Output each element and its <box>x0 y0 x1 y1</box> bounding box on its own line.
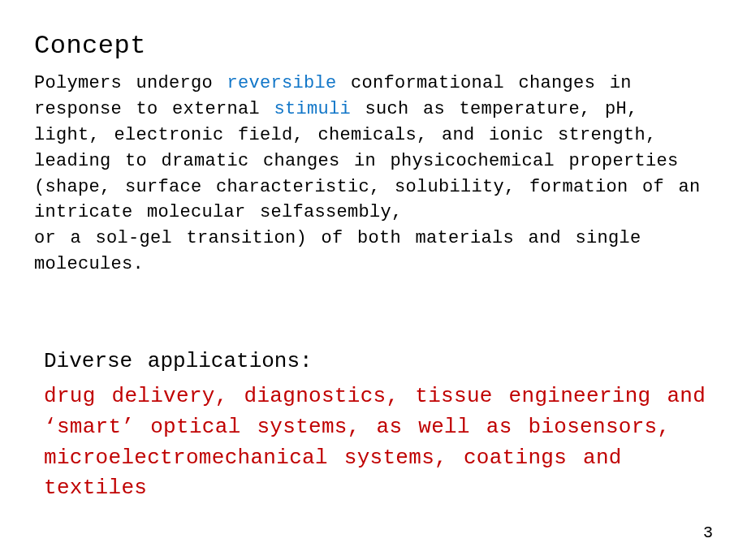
concept-paragraph: Polymers undergo reversible conformation… <box>34 71 713 278</box>
text-run: Polymers undergo <box>34 73 227 93</box>
applications-heading: Diverse applications: <box>44 349 713 373</box>
page-title: Concept <box>34 31 713 61</box>
highlight-stimuli: stimuli <box>274 99 352 119</box>
applications-paragraph: drug delivery, diagnostics, tissue engin… <box>44 381 713 504</box>
slide: Concept Polymers undergo reversible conf… <box>0 0 747 560</box>
text-run: or a sol-gel transition) of both materia… <box>34 228 641 274</box>
page-number: 3 <box>703 523 713 542</box>
highlight-reversible: reversible <box>227 73 337 93</box>
applications-section: Diverse applications: drug delivery, dia… <box>34 349 713 504</box>
